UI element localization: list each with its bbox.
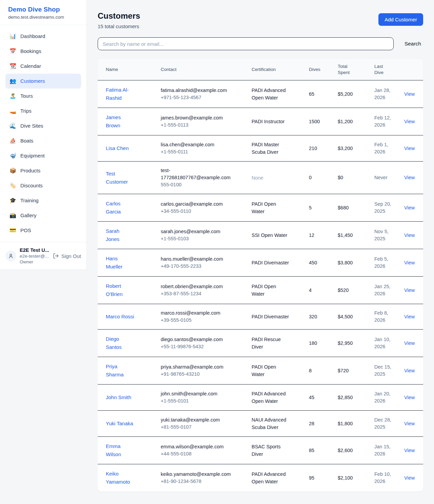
customer-name-link[interactable]: Fatima Al-Rashid xyxy=(106,86,134,102)
customer-name-link[interactable]: Emma Wilson xyxy=(106,442,134,459)
customer-email: diego.santos@example.com xyxy=(161,336,230,343)
sidebar-item-products[interactable]: 📦 Products xyxy=(5,163,81,178)
view-customer-link[interactable]: View xyxy=(404,368,415,373)
sidebar-item-trips[interactable]: 🚤 Trips xyxy=(5,104,81,118)
view-customer-link[interactable]: View xyxy=(404,448,415,453)
table-row: Test Customer test-1772681807767@example… xyxy=(98,162,423,194)
people-icon: 👥 xyxy=(9,77,16,85)
customer-name-link[interactable]: Robert O'Brien xyxy=(106,282,134,298)
search-row: Search xyxy=(98,37,423,50)
sidebar-item-pos[interactable]: 💳 POS xyxy=(5,223,81,238)
credit-card-icon: 💳 xyxy=(9,226,16,235)
customer-name-link[interactable]: Marco Rossi xyxy=(106,313,134,321)
sidebar-item-label: Gallery xyxy=(20,211,37,220)
search-button[interactable]: Search xyxy=(402,41,423,47)
page-title: Customers xyxy=(98,11,140,21)
customer-certification: PADI Divemaster xyxy=(252,313,289,320)
customer-dives: 450 xyxy=(303,249,332,277)
column-header-label: Certification xyxy=(252,67,276,72)
customer-total-spent: $1,800 xyxy=(332,411,369,437)
column-header-label: Last Dive xyxy=(374,63,383,76)
view-customer-link[interactable]: View xyxy=(404,205,415,210)
customer-total-spent: $5,200 xyxy=(332,80,369,108)
customer-phone: +1-555-0101 xyxy=(161,397,241,405)
customer-name-link[interactable]: Lisa Chen xyxy=(106,144,129,152)
view-customer-link[interactable]: View xyxy=(404,475,415,481)
sidebar-item-label: POS xyxy=(20,226,31,235)
customer-certification: PADI Open Water xyxy=(252,363,290,378)
search-input[interactable] xyxy=(98,37,394,50)
customer-certification: PADI Master Scuba Diver xyxy=(252,141,290,156)
customer-name-link[interactable]: John Smith xyxy=(106,393,131,402)
sidebar-item-boats[interactable]: ⛵ Boats xyxy=(5,133,81,148)
view-customer-link[interactable]: View xyxy=(404,395,415,400)
view-customer-link[interactable]: View xyxy=(404,146,415,151)
table-row: Diego Santos diego.santos@example.com +5… xyxy=(98,330,423,357)
customer-total-spent: $4,500 xyxy=(332,304,369,330)
sidebar-item-training[interactable]: 🎓 Training xyxy=(5,193,81,208)
customer-total-spent: $0 xyxy=(332,162,369,194)
view-customer-link[interactable]: View xyxy=(404,287,415,293)
customer-dives: 45 xyxy=(303,385,332,411)
customer-name-link[interactable]: Test Customer xyxy=(106,170,134,186)
view-customer-link[interactable]: View xyxy=(404,260,415,265)
view-customer-link[interactable]: View xyxy=(404,232,415,238)
sidebar-item-dive-sites[interactable]: 🌊 Dive Sites xyxy=(5,118,81,133)
sidebar-item-bookings[interactable]: 📅 Bookings xyxy=(5,44,81,59)
customer-name-link[interactable]: Priya Sharma xyxy=(106,362,134,379)
sidebar-item-discounts[interactable]: 🏷️ Discounts xyxy=(5,178,81,193)
table-row: Emma Wilson emma.wilson@example.com +44-… xyxy=(98,437,423,464)
sidebar-item-customers[interactable]: 👥 Customers xyxy=(5,74,81,89)
add-customer-button[interactable]: Add Customer xyxy=(378,13,423,26)
customer-dives: 320 xyxy=(303,304,332,330)
customer-last-dive: Feb 12, 2026 xyxy=(369,108,403,135)
sidebar-item-label: Products xyxy=(20,167,40,175)
user-name: E2E Test U... xyxy=(20,247,50,253)
sidebar-item-label: Customers xyxy=(20,77,45,85)
customer-last-dive: Jan 20, 2026 xyxy=(369,385,403,411)
customer-last-dive: Dec 15, 2025 xyxy=(369,357,403,385)
customer-phone: +1-555-0103 xyxy=(161,235,241,242)
customer-total-spent: $2,950 xyxy=(332,330,369,357)
view-customer-link[interactable]: View xyxy=(404,340,415,346)
sidebar-item-equipment[interactable]: 🤿 Equipment xyxy=(5,148,81,163)
column-header-dives: Dives xyxy=(303,59,332,80)
customer-total-spent: $1,450 xyxy=(332,222,369,249)
customer-certification: PADI Instructor xyxy=(252,118,284,125)
customer-dives: 0 xyxy=(303,162,332,194)
customer-name-link[interactable]: Diego Santos xyxy=(106,335,134,351)
customer-certification: PADI Advanced Open Water xyxy=(252,470,290,485)
customer-name-link[interactable]: Yuki Tanaka xyxy=(106,419,133,428)
customer-name-link[interactable]: James Brown xyxy=(106,113,134,130)
table-row: Fatima Al-Rashid fatima.alrashid@example… xyxy=(98,80,423,108)
customer-phone: +353-87-555-1234 xyxy=(161,290,241,297)
sidebar-item-label: Equipment xyxy=(20,152,45,160)
view-customer-link[interactable]: View xyxy=(404,175,415,180)
camera-flash-icon: 📸 xyxy=(9,211,16,220)
customer-email: robert.obrien@example.com xyxy=(161,283,230,290)
customer-name-link[interactable]: Sarah Jones xyxy=(106,227,134,243)
customer-name-link[interactable]: Carlos Garcia xyxy=(106,200,134,216)
customer-phone: +91-98765-43210 xyxy=(161,371,241,378)
customer-total-spent: $2,100 xyxy=(332,464,369,492)
sidebar-item-gallery[interactable]: 📸 Gallery xyxy=(5,208,81,223)
sidebar-item-dashboard[interactable]: 📊 Dashboard xyxy=(5,29,81,44)
logout-icon xyxy=(53,253,59,259)
view-customer-link[interactable]: View xyxy=(404,314,415,319)
sidebar-item-label: Discounts xyxy=(20,182,43,190)
sidebar-item-tours[interactable]: 🏝️ Tours xyxy=(5,89,81,104)
user-email: e2e-tester@... xyxy=(20,253,50,259)
column-header-label: Dives xyxy=(309,67,320,72)
sign-out-button[interactable]: Sign Out xyxy=(53,253,81,259)
customer-phone: +55-11-99876-5432 xyxy=(161,343,241,350)
view-customer-link[interactable]: View xyxy=(404,421,415,426)
customer-name-link[interactable]: Hans Mueller xyxy=(106,255,134,271)
column-header-certification: Certification xyxy=(246,59,303,80)
customer-name-link[interactable]: Keiko Yamamoto xyxy=(106,470,134,486)
view-customer-link[interactable]: View xyxy=(404,91,415,97)
customer-last-dive: Jan 15, 2026 xyxy=(369,437,403,464)
sidebar-item-calendar[interactable]: 📆 Calendar xyxy=(5,59,81,74)
column-header-name: Name xyxy=(98,59,155,80)
customer-phone: +1-555-0111 xyxy=(161,148,241,155)
view-customer-link[interactable]: View xyxy=(404,119,415,124)
